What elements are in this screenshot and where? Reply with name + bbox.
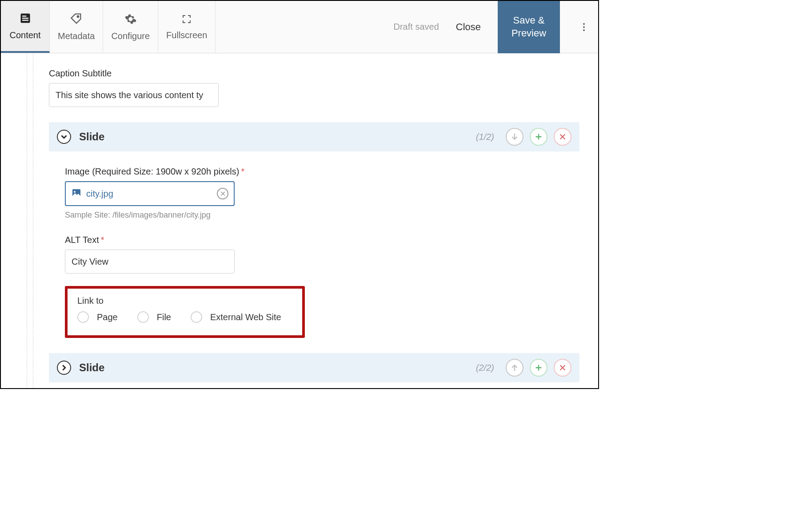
draft-status: Draft saved [393, 22, 439, 32]
tab-fullscreen-label: Fullscreen [166, 30, 207, 40]
image-filename: city.jpg [86, 189, 217, 199]
caption-subtitle-input[interactable] [49, 83, 219, 107]
image-path-hint: Sample Site: /files/images/banner/city.j… [65, 210, 579, 220]
radio-dot-icon [77, 311, 89, 323]
slide-title-1: Slide [79, 131, 104, 143]
delete-slide-button-2[interactable] [554, 359, 571, 377]
expand-toggle-2[interactable] [57, 361, 71, 375]
save-label-line1: Save & [513, 14, 545, 27]
link-to-options: Page File External Web Site [77, 311, 292, 323]
slide-body-1: Image (Required Size: 1900w x 920h pixel… [49, 167, 579, 338]
svg-point-6 [583, 26, 585, 28]
link-to-label: Link to [77, 296, 292, 306]
image-file-icon [71, 187, 82, 200]
tab-metadata-label: Metadata [58, 31, 95, 41]
tab-configure-label: Configure [111, 31, 150, 41]
gear-icon [124, 13, 137, 28]
collapse-toggle-1[interactable] [57, 130, 71, 144]
tab-content-label: Content [9, 30, 40, 40]
slide-header-2: Slide (2/2) [49, 353, 579, 382]
caption-subtitle-label: Caption Subtitle [49, 68, 579, 79]
radio-dot-icon [191, 311, 202, 323]
link-radio-page-label: Page [97, 312, 118, 322]
svg-point-4 [77, 16, 79, 17]
outline-rails [27, 53, 40, 388]
link-radio-file[interactable]: File [137, 311, 171, 323]
link-radio-external-label: External Web Site [210, 312, 281, 322]
slide-counter-1: (1/2) [476, 132, 494, 142]
tab-metadata[interactable]: Metadata [50, 1, 103, 53]
add-slide-button-1[interactable] [530, 128, 547, 146]
svg-point-5 [583, 23, 585, 25]
tag-icon [70, 13, 83, 28]
editor-body: Caption Subtitle Slide (1/2) [1, 53, 598, 388]
link-radio-file-label: File [157, 312, 171, 322]
more-menu-button[interactable] [572, 22, 595, 32]
link-radio-page[interactable]: Page [77, 311, 118, 323]
tab-content[interactable]: Content [1, 1, 50, 53]
content-column: Caption Subtitle Slide (1/2) [49, 53, 579, 388]
svg-rect-3 [22, 20, 28, 20]
alt-text-input[interactable] [65, 250, 235, 274]
alt-text-label: ALT Text* [65, 235, 579, 245]
image-file-chip[interactable]: city.jpg ✕ [65, 181, 235, 206]
add-slide-button-2[interactable] [530, 359, 547, 377]
link-to-group-highlight: Link to Page File External Web Site [65, 286, 305, 338]
radio-dot-icon [137, 311, 149, 323]
slide-header-1: Slide (1/2) [49, 122, 579, 151]
image-field-label: Image (Required Size: 1900w x 920h pixel… [65, 167, 579, 177]
svg-point-7 [583, 29, 585, 31]
clear-image-button[interactable]: ✕ [217, 188, 228, 199]
content-icon [19, 12, 32, 27]
move-up-button-2[interactable] [506, 359, 523, 377]
link-radio-external[interactable]: External Web Site [191, 311, 281, 323]
close-button[interactable]: Close [451, 21, 485, 33]
delete-slide-button-1[interactable] [554, 128, 571, 146]
fullscreen-icon [181, 14, 192, 27]
svg-rect-1 [22, 16, 26, 16]
svg-point-9 [74, 191, 76, 193]
slide-title-2: Slide [79, 361, 104, 374]
save-preview-button[interactable]: Save & Preview [498, 1, 560, 53]
toolbar-right: Draft saved Close Save & Preview [393, 1, 598, 53]
svg-rect-2 [22, 17, 28, 18]
editor-window: Content Metadata Configure Fullscreen Dr… [0, 0, 599, 389]
save-label-line2: Preview [511, 27, 546, 40]
move-down-button-1[interactable] [506, 128, 523, 146]
top-toolbar: Content Metadata Configure Fullscreen Dr… [1, 1, 598, 53]
tab-configure[interactable]: Configure [103, 1, 158, 53]
tab-fullscreen[interactable]: Fullscreen [158, 1, 216, 53]
slide-counter-2: (2/2) [476, 363, 494, 373]
